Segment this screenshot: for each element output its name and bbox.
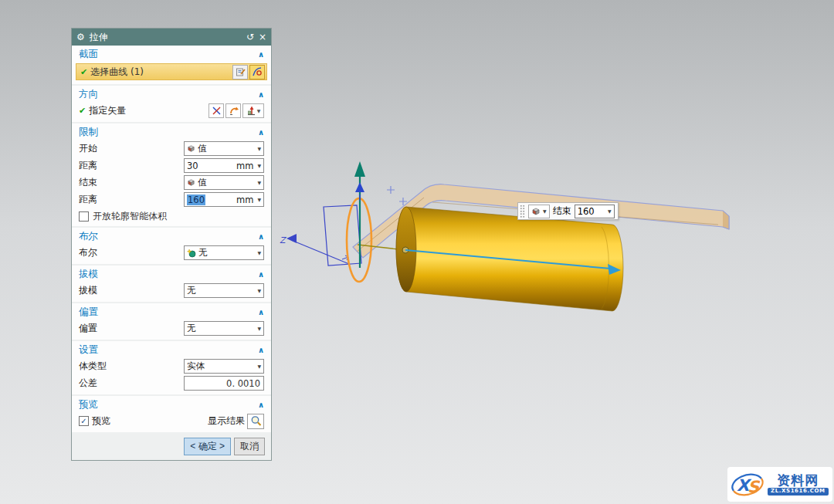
chevron-up-icon[interactable]: ∧ bbox=[258, 270, 264, 279]
specify-vector-label: 指定矢量 bbox=[89, 104, 126, 117]
reverse-arrow-icon bbox=[229, 106, 239, 116]
open-profile-checkbox[interactable] bbox=[79, 211, 89, 222]
section-header-label: 截面 bbox=[79, 48, 98, 61]
preview-header-label: 预览 bbox=[79, 398, 98, 411]
start-type-value: 值 bbox=[198, 143, 255, 154]
start-type-dropdown[interactable]: 值 ▼ bbox=[184, 141, 264, 156]
drag-grip-icon[interactable] bbox=[520, 205, 525, 218]
start-distance-unit: mm bbox=[236, 161, 253, 171]
end-distance-unit: mm bbox=[236, 194, 253, 205]
check-icon: ✔ bbox=[79, 106, 86, 116]
draft-label: 拔模 bbox=[79, 284, 97, 297]
offset-value: 无 bbox=[187, 323, 255, 334]
reverse-direction-button[interactable] bbox=[225, 103, 241, 118]
cancel-button[interactable]: 取消 bbox=[234, 438, 265, 455]
offset-dropdown[interactable]: 无 ▼ bbox=[184, 321, 264, 336]
ok-button[interactable]: < 确定 > bbox=[184, 438, 231, 455]
chevron-up-icon[interactable]: ∧ bbox=[258, 308, 264, 316]
watermark-site-url: ZL.XS1616.COM bbox=[768, 488, 829, 496]
chevron-down-icon: ▼ bbox=[257, 163, 261, 168]
tolerance-value: 0. 0010 bbox=[226, 378, 260, 389]
chevron-down-icon: ▼ bbox=[257, 108, 261, 113]
draft-header-label: 拔模 bbox=[79, 268, 98, 281]
preview-checkbox-label: 预览 bbox=[92, 414, 110, 428]
show-result-button[interactable] bbox=[247, 414, 264, 429]
section-header[interactable]: 截面 ∧ bbox=[72, 46, 271, 62]
application-window: Z bbox=[0, 0, 834, 504]
end-type-value: 值 bbox=[198, 177, 255, 188]
svg-text:S: S bbox=[748, 478, 761, 496]
body-type-value: 实体 bbox=[187, 360, 255, 372]
onscreen-measure-dropdown[interactable]: ▼ bbox=[528, 205, 550, 218]
end-type-dropdown[interactable]: 值 ▼ bbox=[184, 175, 264, 190]
watermark-badge: X S 资料网 ZL.XS1616.COM bbox=[727, 467, 832, 502]
boolean-header[interactable]: 布尔 ∧ bbox=[72, 228, 271, 244]
direction-group: 方向 ∧ ✔ 指定矢量 bbox=[72, 86, 271, 122]
direction-header[interactable]: 方向 ∧ bbox=[72, 86, 271, 102]
chevron-up-icon[interactable]: ∧ bbox=[258, 128, 264, 137]
sketch-section-button[interactable] bbox=[249, 65, 265, 79]
chevron-down-icon: ▼ bbox=[257, 146, 261, 151]
preview-checkbox[interactable]: ✓ bbox=[79, 416, 89, 426]
chevron-up-icon[interactable]: ∧ bbox=[258, 232, 264, 241]
dialog-button-bar: < 确定 > 取消 bbox=[72, 434, 271, 460]
end-label: 结束 bbox=[79, 176, 97, 189]
boolean-group: 布尔 ∧ 布尔 无 ▼ bbox=[72, 228, 271, 264]
draft-dropdown[interactable]: 无 ▼ bbox=[184, 283, 264, 298]
tolerance-label: 公差 bbox=[79, 377, 97, 390]
vector-type-dropdown[interactable]: ▼ bbox=[242, 103, 264, 118]
draft-header[interactable]: 拔模 ∧ bbox=[72, 266, 271, 282]
curve-rule-button[interactable] bbox=[232, 65, 248, 79]
boolean-label: 布尔 bbox=[79, 246, 97, 259]
settings-header[interactable]: 设置 ∧ bbox=[72, 342, 271, 357]
end-distance-input[interactable]: 160 mm ▼ bbox=[184, 192, 264, 207]
xs-logo-icon: X S bbox=[729, 469, 766, 500]
open-profile-label: 开放轮廓智能体积 bbox=[93, 210, 167, 223]
chevron-up-icon[interactable]: ∧ bbox=[258, 90, 264, 99]
onscreen-end-distance-field[interactable]: ▼ 结束 160 ▼ bbox=[517, 202, 619, 220]
measure-cube-icon bbox=[187, 178, 195, 187]
chevron-down-icon: ▼ bbox=[257, 326, 261, 331]
vector-dialog-button[interactable] bbox=[208, 103, 224, 118]
chevron-up-icon[interactable]: ∧ bbox=[258, 346, 264, 354]
measure-cube-icon bbox=[187, 144, 195, 153]
boolean-none-icon bbox=[187, 249, 196, 258]
settings-group: 设置 ∧ 体类型 实体 ▼ 公差 0. 0010 bbox=[72, 341, 271, 394]
watermark-site-name: 资料网 bbox=[777, 474, 819, 487]
body-type-dropdown[interactable]: 实体 ▼ bbox=[184, 359, 264, 374]
crossed-arrows-icon bbox=[212, 106, 222, 116]
chevron-down-icon: ▼ bbox=[608, 208, 612, 214]
start-distance-value: 30 bbox=[187, 161, 234, 171]
chevron-down-icon: ▼ bbox=[257, 288, 261, 293]
boolean-dropdown[interactable]: 无 ▼ bbox=[184, 245, 264, 260]
chevron-down-icon: ▼ bbox=[543, 208, 547, 214]
offset-header[interactable]: 偏置 ∧ bbox=[72, 304, 271, 320]
chevron-up-icon[interactable]: ∧ bbox=[258, 401, 264, 409]
start-distance-input[interactable]: 30 mm ▼ bbox=[184, 158, 264, 173]
preview-header[interactable]: 预览 ∧ bbox=[72, 397, 271, 412]
limits-header-label: 限制 bbox=[79, 126, 98, 139]
tolerance-input[interactable]: 0. 0010 bbox=[184, 376, 264, 391]
select-curve-label: 选择曲线 (1) bbox=[90, 66, 144, 79]
close-icon[interactable]: × bbox=[259, 32, 266, 42]
chevron-up-icon[interactable]: ∧ bbox=[258, 50, 264, 59]
draft-value: 无 bbox=[187, 285, 255, 296]
dialog-title: 拉伸 bbox=[90, 31, 242, 44]
dialog-titlebar[interactable]: ⚙ 拉伸 ↺ × bbox=[72, 29, 271, 46]
offset-group: 偏置 ∧ 偏置 无 ▼ bbox=[72, 303, 271, 340]
section-group: 截面 ∧ ✔ 选择曲线 (1) bbox=[72, 46, 271, 84]
chevron-down-icon: ▼ bbox=[257, 250, 261, 255]
sketch-section-icon bbox=[252, 66, 263, 77]
limits-header[interactable]: 限制 ∧ bbox=[72, 124, 271, 140]
gear-icon: ⚙ bbox=[76, 32, 85, 42]
boolean-header-label: 布尔 bbox=[79, 230, 98, 243]
select-curve-row[interactable]: ✔ 选择曲线 (1) bbox=[76, 63, 267, 80]
chevron-down-icon: ▼ bbox=[257, 180, 261, 185]
onscreen-end-value-input[interactable]: 160 ▼ bbox=[575, 205, 615, 218]
offset-header-label: 偏置 bbox=[79, 306, 98, 319]
start-label: 开始 bbox=[79, 142, 97, 155]
measure-cube-icon bbox=[531, 207, 541, 216]
start-distance-label: 距离 bbox=[79, 159, 97, 172]
chevron-down-icon: ▼ bbox=[257, 364, 261, 369]
reset-icon[interactable]: ↺ bbox=[246, 32, 254, 42]
